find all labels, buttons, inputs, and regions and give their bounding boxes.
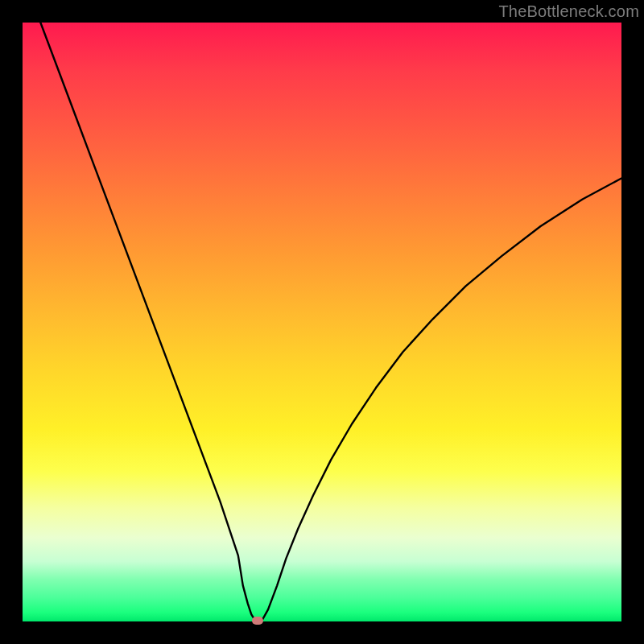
chart-stage: TheBottleneck.com: [0, 0, 644, 644]
bottleneck-curve: [23, 23, 621, 621]
plot-area: [23, 23, 621, 621]
optimum-marker-icon: [252, 617, 263, 625]
watermark-text: TheBottleneck.com: [498, 2, 639, 21]
